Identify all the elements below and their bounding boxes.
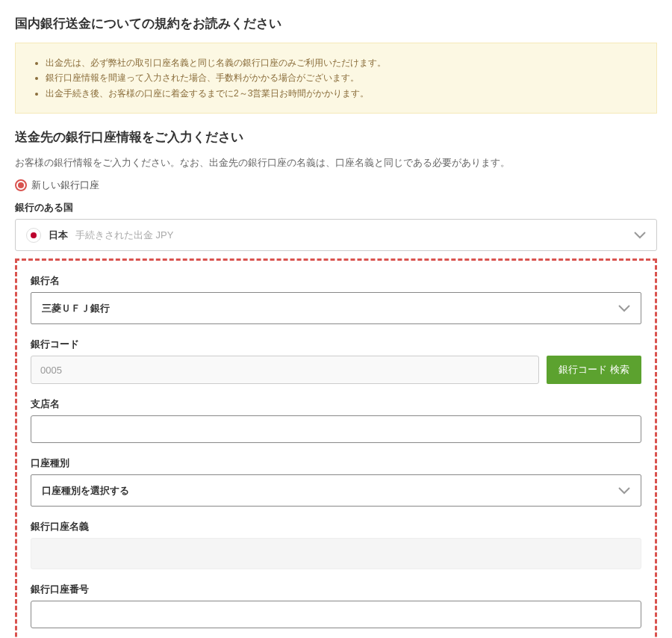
bank-code-input[interactable]	[31, 356, 539, 384]
flag-jp-icon	[26, 228, 41, 243]
radio-icon	[15, 179, 27, 191]
terms-note: 銀行口座情報を間違って入力された場合、手数料がかかる場合がございます。	[46, 70, 638, 85]
radio-label: 新しい銀行口座	[31, 179, 99, 192]
bankinfo-heading: 送金先の銀行口座情報をご入力ください	[15, 128, 657, 146]
terms-notice-box: 出金先は、必ず弊社の取引口座名義と同じ名義の銀行口座のみご利用いただけます。 銀…	[15, 43, 657, 114]
account-holder-label: 銀行口座名義	[31, 520, 641, 533]
account-type-select[interactable]: 口座種別を選択する	[31, 474, 641, 507]
chevron-down-icon	[618, 483, 630, 498]
bank-code-label: 銀行コード	[31, 338, 641, 351]
account-number-label: 銀行口座番号	[31, 583, 641, 596]
bankinfo-subtext: お客様の銀行情報をご入力ください。なお、出金先の銀行口座の名義は、口座名義と同じ…	[15, 156, 657, 170]
terms-note: 出金手続き後、お客様の口座に着金するまでに2～3営業日お時間がかかります。	[46, 86, 638, 101]
branch-input[interactable]	[31, 415, 641, 443]
bank-name-label: 銀行名	[31, 274, 641, 288]
chevron-down-icon	[634, 227, 646, 243]
account-holder-display	[31, 538, 641, 569]
account-type-placeholder: 口座種別を選択する	[42, 484, 129, 498]
branch-label: 支店名	[31, 397, 641, 411]
country-select[interactable]: 日本 手続きされた出金 JPY	[15, 219, 657, 251]
terms-note: 出金先は、必ず弊社の取引口座名義と同じ名義の銀行口座のみご利用いただけます。	[46, 55, 638, 70]
bank-code-search-button[interactable]: 銀行コード 検索	[547, 356, 641, 384]
new-account-radio[interactable]: 新しい銀行口座	[15, 179, 657, 192]
country-name: 日本	[49, 229, 68, 242]
account-number-input[interactable]	[31, 601, 641, 628]
account-type-label: 口座種別	[31, 456, 641, 470]
country-hint: 手続きされた出金 JPY	[75, 229, 173, 242]
country-label: 銀行のある国	[15, 201, 657, 214]
terms-heading: 国内銀行送金についての規約をお読みください	[15, 15, 657, 32]
bank-name-value: 三菱ＵＦＪ銀行	[42, 302, 110, 315]
bank-name-select[interactable]: 三菱ＵＦＪ銀行	[31, 292, 641, 324]
bank-form-highlighted: 銀行名 三菱ＵＦＪ銀行 銀行コード 銀行コード 検索 支店名 口座種別 口座種別…	[15, 258, 657, 638]
chevron-down-icon	[618, 300, 630, 316]
